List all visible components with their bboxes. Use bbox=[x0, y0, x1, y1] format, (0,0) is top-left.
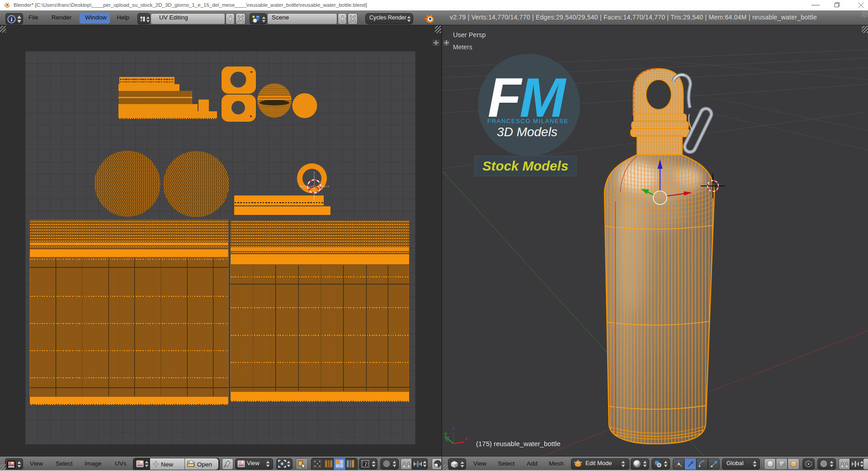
svg-text:y: y bbox=[444, 431, 447, 436]
svg-text:3D Models: 3D Models bbox=[497, 125, 557, 139]
svg-text:Stock Models: Stock Models bbox=[482, 158, 568, 173]
svg-text:FRANCESCO MILANESE: FRANCESCO MILANESE bbox=[487, 118, 569, 124]
svg-text:x: x bbox=[465, 435, 468, 441]
svg-text:z: z bbox=[452, 426, 455, 431]
svg-text:i: i bbox=[11, 16, 13, 23]
